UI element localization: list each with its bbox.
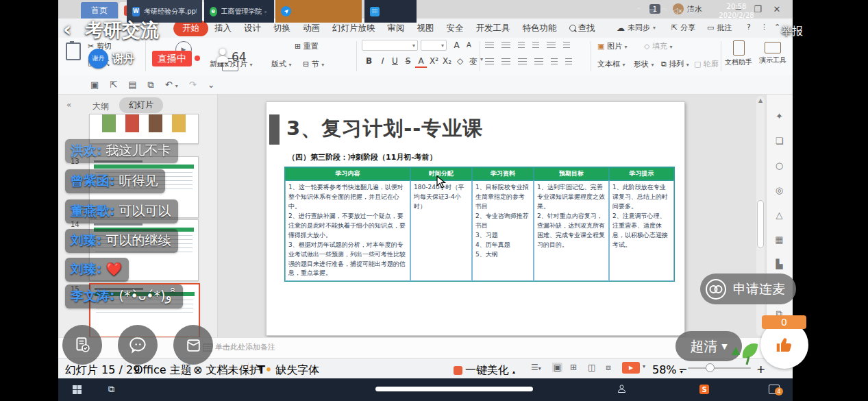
signin-task-button[interactable] <box>62 325 102 365</box>
outline-button[interactable]: ▢ 轮廓 <box>694 59 719 69</box>
line-spacing-icon[interactable] <box>547 42 556 49</box>
text-box-button[interactable]: 文本框 ▾ <box>597 59 625 69</box>
wifi-tray-icon[interactable]: ◠ <box>660 6 667 15</box>
play-options-icon[interactable]: ▾ <box>643 363 645 369</box>
badge-panel-icon[interactable]: ◎ <box>766 185 793 195</box>
decrease-indent-icon[interactable] <box>518 42 525 49</box>
collapse-ribbon-icon[interactable]: ⌃ <box>774 23 780 32</box>
reading-view-icon[interactable]: ◫ <box>588 363 595 372</box>
people-tray-icon[interactable] <box>617 384 627 394</box>
section-button[interactable]: ⊟ 节 ▾ <box>303 59 324 69</box>
tab-slides[interactable]: 幻灯片 <box>119 97 163 113</box>
zoom-slider-track[interactable] <box>688 367 751 369</box>
present-tools-button[interactable]: 演示工具 <box>759 42 786 65</box>
missing-font-status[interactable]: T• 缺失字体 <box>258 363 319 378</box>
ribbon-tab-devtools[interactable]: 开发工具 <box>470 21 517 36</box>
justify-icon[interactable] <box>534 58 543 65</box>
gift-box-button[interactable] <box>173 325 213 365</box>
slide-subtitle[interactable]: （四）第三阶段：冲刺阶段（11月初-考前） <box>288 152 437 162</box>
chart-panel-icon[interactable]: ▙ <box>766 259 793 269</box>
mic-request-button[interactable]: 申请连麦 <box>700 274 796 304</box>
presenter-view-icon[interactable]: ⧈ <box>606 363 611 372</box>
layout-button[interactable]: 版式 ▾ <box>271 59 292 69</box>
comment-button[interactable]: ▭批注 <box>707 23 732 33</box>
effects-panel-icon[interactable]: ✦ <box>766 111 793 121</box>
align-right-icon[interactable] <box>518 58 527 65</box>
text-effects-button[interactable]: 变 <box>467 56 479 68</box>
bold-button[interactable]: B <box>363 56 375 68</box>
display-tray-icon[interactable]: ▭ <box>648 6 655 15</box>
increase-indent-icon[interactable] <box>532 42 539 49</box>
undo-icon[interactable]: ↶ ▾ <box>165 80 178 90</box>
muted-speaker-icon[interactable]: ◁✕ <box>672 6 682 15</box>
bullets-icon[interactable] <box>485 42 494 49</box>
slideshow-play-button[interactable]: ▶ <box>622 362 640 374</box>
align-left-icon[interactable] <box>485 58 494 65</box>
task-view-icon[interactable]: ⧉ <box>108 384 114 395</box>
taskbar-chat-task-highlighted[interactable] <box>275 0 362 23</box>
transform-panel-icon[interactable]: ❏ <box>766 136 793 146</box>
protection-status[interactable]: ⊗ 文档未保护 <box>193 363 261 378</box>
taskbar-docs-task[interactable] <box>364 0 417 23</box>
slide-sorter-icon[interactable]: ⊞ <box>570 363 577 372</box>
distribute-icon[interactable] <box>551 58 558 65</box>
notes-placeholder[interactable]: 单击此处添加备注 <box>215 342 275 352</box>
picture-button[interactable]: ▣ 图片 ▾ <box>597 41 627 51</box>
taskbar-clock[interactable]: 20:58 2020/2/28 <box>712 3 760 20</box>
chat-input-button[interactable] <box>118 325 158 365</box>
decrease-font-icon[interactable]: A <box>463 41 475 49</box>
start-button[interactable] <box>73 385 82 394</box>
save-icon[interactable]: ▣ <box>90 80 99 90</box>
text-direction-icon[interactable] <box>563 42 570 49</box>
ribbon-tab-security[interactable]: 安全 <box>441 21 470 36</box>
subscript-button[interactable]: X₂ <box>441 56 453 68</box>
increase-font-icon[interactable]: A <box>451 40 462 50</box>
hidden-icons-chevron[interactable]: ⌃ <box>636 6 642 15</box>
columns-icon[interactable] <box>565 58 572 65</box>
sync-status[interactable]: ☁ 未同步▾ <box>617 23 656 33</box>
redo-icon[interactable]: ↷ <box>189 80 197 90</box>
input-language-indicator[interactable]: 英 <box>687 6 695 16</box>
table-panel-icon[interactable]: ▦ <box>766 234 793 245</box>
scroll-up-icon[interactable]: ▲ <box>758 97 762 104</box>
font-size-select[interactable]: ▾ <box>421 40 447 51</box>
customize-toolbar-icon[interactable]: ⌄ <box>208 80 215 90</box>
notification-center-button[interactable]: 4 <box>769 384 780 397</box>
stream-progress-bar[interactable] <box>375 387 533 391</box>
help-button[interactable]: ? <box>747 23 751 32</box>
tab-outline[interactable]: 大纲 <box>92 101 109 112</box>
media-panel-icon[interactable]: △ <box>766 210 793 220</box>
view-menu-icon[interactable]: ☰▾ <box>531 363 541 372</box>
font-color-button[interactable]: A <box>415 56 427 68</box>
export-icon[interactable]: ⇱ <box>110 80 117 90</box>
numbering-icon[interactable] <box>501 42 510 49</box>
zoom-slider-knob[interactable] <box>706 363 715 372</box>
taskbar-browser-task[interactable]: e 工商管理学院 - 36... <box>204 0 274 23</box>
collapse-panel-icon[interactable]: « <box>66 100 71 110</box>
close-button[interactable]: ✕ <box>769 2 785 16</box>
beautify-button[interactable]: 一键美化 ▴ <box>454 363 515 378</box>
font-name-select[interactable]: ▾ <box>362 40 418 51</box>
sogou-tray-icon[interactable]: S <box>699 385 709 394</box>
strikethrough-button[interactable]: S <box>402 56 414 68</box>
highlight-icon[interactable]: ◇ <box>454 56 466 68</box>
share-button[interactable]: ⇱分享 <box>671 23 695 33</box>
underline-button[interactable]: U <box>389 56 401 68</box>
reset-button[interactable]: ⊞ 重置 <box>295 41 319 51</box>
back-button[interactable]: ‹ <box>63 19 71 40</box>
slide-title[interactable]: 3、复习计划--专业课 <box>286 115 483 143</box>
align-center-icon[interactable] <box>501 58 510 65</box>
arrange-button[interactable]: ⧉ 排列 ▾ <box>661 59 689 69</box>
ribbon-tab-features[interactable]: 特色功能 <box>517 21 563 36</box>
tab-home[interactable]: 首页 <box>81 2 118 19</box>
slide-table[interactable]: 学习内容 时间分配 学习资料 预期目标 学习提示 1、这一轮要将参考书快速翻几遍… <box>284 167 675 282</box>
fill-button[interactable]: ◇ 填充 ▾ <box>644 41 672 51</box>
italic-button[interactable]: I <box>376 56 388 68</box>
superscript-button[interactable]: X² <box>428 56 440 68</box>
print-icon[interactable]: ▤ <box>128 80 136 90</box>
host-avatar[interactable]: 谢丹 <box>88 49 108 69</box>
normal-view-icon[interactable]: ▣ <box>552 363 562 372</box>
zoom-out-button[interactable]: − <box>678 363 687 376</box>
report-button[interactable]: 举报 <box>781 25 803 39</box>
find-button[interactable]: 查找 <box>563 21 602 36</box>
